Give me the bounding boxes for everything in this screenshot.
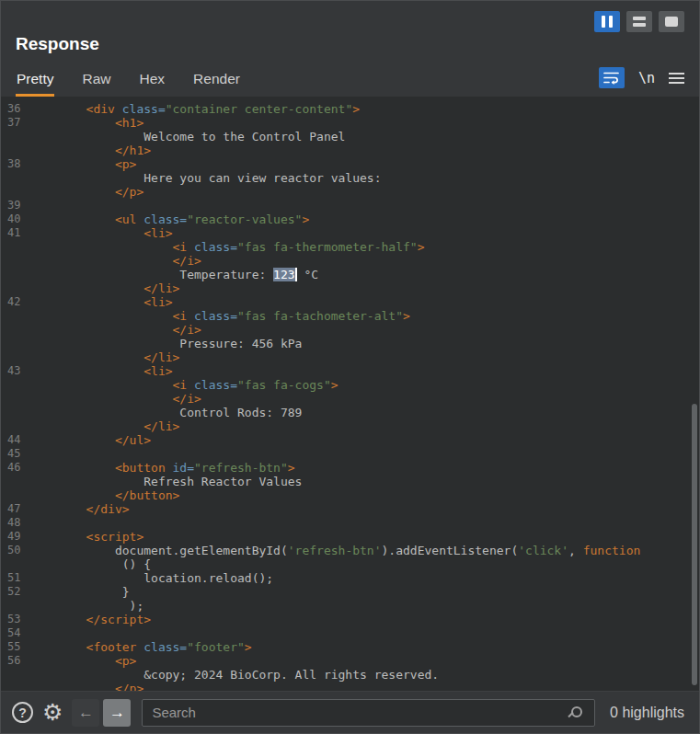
code-row: 40 <ul class="reactor-values"> [1, 212, 699, 226]
code-token: id= [173, 461, 194, 475]
code-line: </li> [29, 419, 179, 433]
code-token: "fas fa-cogs" [237, 378, 331, 392]
code-token: > [352, 102, 360, 116]
code-row: </h1> [1, 143, 699, 157]
code-token: Pressure: 456 kPa [29, 337, 302, 350]
code-token: </p> [29, 185, 143, 199]
tab-render[interactable]: Render [192, 65, 241, 97]
vertical-scrollbar-thumb[interactable] [692, 404, 697, 685]
settings-button[interactable]: ⚙ [42, 701, 63, 724]
code-token: class= [194, 309, 237, 323]
line-number [1, 143, 29, 157]
split-columns-icon [602, 16, 613, 28]
code-token: <i [29, 378, 194, 392]
code-token: <i [29, 240, 194, 254]
code-view[interactable]: 36 <div class="container center-content"… [1, 97, 699, 691]
line-number: 53 [1, 613, 29, 626]
code-row: </i> [1, 254, 699, 268]
code-line: <div class="container center-content"> [29, 102, 360, 116]
code-row: 43 <li> [1, 364, 699, 378]
single-pane-icon [665, 17, 678, 27]
code-line: <li> [29, 295, 173, 309]
line-number: 38 [1, 157, 29, 171]
line-number [1, 337, 29, 350]
code-line: </h1> [29, 143, 151, 157]
code-token: <i [29, 309, 194, 323]
search-field-wrapper [142, 699, 595, 727]
code-token: > [331, 378, 339, 392]
line-number [1, 350, 29, 364]
code-token: </script> [29, 613, 151, 626]
code-token: "footer" [187, 640, 245, 654]
code-token: </li> [29, 350, 179, 364]
hamburger-icon [669, 73, 684, 84]
line-number [1, 682, 29, 691]
editor-toolbar: \n [599, 67, 684, 97]
line-number: 55 [1, 640, 29, 654]
code-line: </li> [29, 281, 179, 295]
show-newlines-button[interactable]: \n [638, 70, 655, 86]
code-line: </i> [29, 254, 201, 268]
code-token: </i> [29, 254, 201, 268]
arrow-right-icon: → [109, 704, 125, 722]
code-row: () { [1, 557, 699, 571]
code-row: 56 <p> [1, 654, 699, 668]
code-token: <li> [29, 226, 173, 240]
line-number: 46 [1, 461, 29, 475]
line-number [1, 268, 29, 281]
next-match-button[interactable]: → [103, 699, 131, 727]
line-number: 43 [1, 364, 29, 378]
code-row: 54 [1, 626, 699, 640]
tabbar: Pretty Raw Hex Render \n [1, 62, 699, 97]
code-token: </ul> [29, 433, 151, 447]
tab-raw[interactable]: Raw [81, 65, 111, 97]
code-line: () { [29, 557, 151, 571]
response-tabs: Pretty Raw Hex Render [16, 65, 241, 97]
code-token: "refresh-btn" [194, 461, 288, 475]
split-columns-button[interactable] [594, 11, 620, 32]
code-row: Control Rods: 789 [1, 406, 699, 419]
code-token: location.reload(); [29, 571, 273, 585]
line-number [1, 599, 29, 613]
search-input[interactable] [142, 699, 595, 727]
code-line: <p> [29, 654, 136, 668]
code-line: ); [29, 599, 143, 613]
line-number: 44 [1, 433, 29, 447]
line-number: 49 [1, 530, 29, 544]
split-rows-button[interactable] [626, 11, 652, 32]
code-token: </button> [29, 488, 179, 502]
line-number: 51 [1, 571, 29, 585]
editor-menu-button[interactable] [669, 73, 684, 84]
code-line: </script> [29, 613, 151, 626]
code-row: 45 [1, 447, 699, 461]
code-line: location.reload(); [29, 571, 273, 585]
code-line: <li> [29, 226, 173, 240]
code-token: > [418, 240, 425, 254]
code-line: Control Rods: 789 [29, 406, 302, 419]
previous-match-button[interactable]: ← [72, 699, 99, 727]
tab-pretty[interactable]: Pretty [16, 65, 54, 97]
code-row: 49 <script> [1, 530, 699, 544]
code-token: <ul [29, 212, 143, 226]
code-line: Temperature: 123 °C [29, 268, 318, 281]
line-number [1, 130, 29, 143]
line-number: 48 [1, 516, 29, 530]
line-number [1, 240, 29, 254]
single-pane-button[interactable] [659, 11, 684, 32]
word-wrap-button[interactable] [599, 67, 625, 88]
split-rows-icon [633, 17, 646, 27]
code-line: <p> [29, 157, 136, 171]
response-editor[interactable]: 36 <div class="container center-content"… [1, 97, 699, 691]
code-row: &copy; 2024 BioCorp. All rights reserved… [1, 668, 699, 682]
tab-hex[interactable]: Hex [139, 65, 166, 97]
code-line: Refresh Reactor Values [29, 475, 302, 488]
code-row: 37 <h1> [1, 116, 699, 130]
code-line: </ul> [29, 433, 151, 447]
help-button[interactable]: ? [12, 702, 33, 723]
code-line: <footer class="footer"> [29, 640, 252, 654]
code-line: document.getElementById('refresh-btn').a… [29, 544, 640, 557]
code-token: <button [29, 461, 173, 475]
code-token: "container center-content" [166, 102, 353, 116]
arrow-left-icon: ← [78, 704, 94, 722]
code-line: <script> [29, 530, 143, 544]
